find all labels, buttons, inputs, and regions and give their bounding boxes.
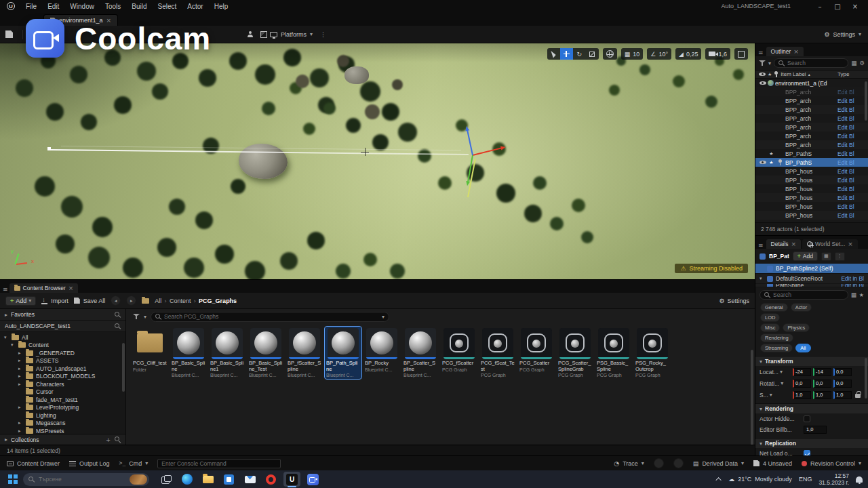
tab-outliner[interactable]: Outliner × xyxy=(766,47,804,56)
minimize-button[interactable]: – xyxy=(811,3,829,10)
add-asset-button[interactable]: + Add ▾ xyxy=(5,296,36,306)
maximize-viewport-button[interactable] xyxy=(734,48,748,60)
edit-blueprint-link[interactable]: Edit Bl xyxy=(837,150,865,157)
filter-icon[interactable] xyxy=(133,314,140,320)
edit-blueprint-link[interactable]: Edit Bl xyxy=(837,212,865,219)
outliner-row[interactable]: ★ BPP_hous Edit Bl xyxy=(755,176,868,184)
collections-section[interactable]: ▸ Collections + xyxy=(0,434,125,445)
folder-tree-item[interactable]: Cursor xyxy=(0,388,125,396)
transform-z-field[interactable]: 0,0 xyxy=(833,368,852,376)
spline-point[interactable] xyxy=(47,147,51,150)
folder-tree-item[interactable]: ▸ AUTO_Landscape1 xyxy=(0,365,125,373)
scale-snap-button[interactable]: ◢ 0,25 xyxy=(675,48,701,60)
taskbar-search[interactable] xyxy=(23,473,149,486)
outliner-settings-icon[interactable]: ⚙ xyxy=(859,60,865,66)
viewport-3d[interactable]: ↻ ▦ 10 ∠ 10° ◢ 0,25 1,6 y xyxy=(0,43,755,279)
notifications-icon[interactable] xyxy=(856,476,863,483)
outliner-row[interactable]: ★ BPP_hous Edit Bl xyxy=(755,167,868,176)
star-column-icon[interactable]: ★ xyxy=(768,72,772,77)
outliner-row[interactable]: ★ BPP_hous Edit Bl xyxy=(755,202,868,211)
asset-tile[interactable]: BP_fScatter_Spline Blueprint C... xyxy=(286,327,323,379)
asset-tile[interactable]: PCG_fScat_Test PCG Graph xyxy=(479,327,516,379)
filter-icon[interactable] xyxy=(759,60,766,66)
outliner-scrollbar[interactable] xyxy=(865,81,867,121)
asset-search-input[interactable] xyxy=(164,313,379,320)
transform-z-field[interactable]: 1,0 xyxy=(833,391,852,399)
language-indicator[interactable]: ENG xyxy=(799,476,812,483)
outliner-row[interactable]: ★ BPP_hous Edit Bl xyxy=(755,193,868,202)
folder-tree-item[interactable]: ▸ Characters xyxy=(0,380,125,388)
folder-tree-item[interactable]: Lighting xyxy=(0,411,125,420)
asset-tile[interactable]: BP_Basic_Spline_Test Blueprint C... xyxy=(248,327,284,379)
eye-icon[interactable] xyxy=(760,159,766,165)
asset-tile[interactable]: PSG_Rocky_Outcrop PCG Graph xyxy=(634,327,671,379)
asset-search[interactable]: ▾ xyxy=(151,312,389,322)
outliner-row[interactable]: ★ BPP_arch Edit Bl xyxy=(755,123,868,131)
derived-data-button[interactable]: ▤ Derived Data ▾ xyxy=(693,460,744,467)
edit-blueprint-link[interactable]: Edit Bl xyxy=(837,115,865,122)
outliner-search-input[interactable] xyxy=(787,60,844,66)
save-all-button[interactable]: Save All xyxy=(74,298,106,304)
item-label-column[interactable]: Item Label xyxy=(781,71,806,77)
add-filter-icon[interactable]: ▦ xyxy=(851,60,856,66)
folder-tree-item[interactable]: fade_MAT_test1 xyxy=(0,396,125,404)
details-filter-chip[interactable]: All xyxy=(795,344,810,352)
settings-dropdown[interactable]: ⚙ Settings ▾ xyxy=(824,31,861,38)
outliner-row[interactable]: ★ BPP_arch Edit Bl xyxy=(755,131,868,140)
import-button[interactable]: Import xyxy=(41,298,68,304)
search-icon[interactable] xyxy=(115,312,121,318)
expand-arrow-icon[interactable]: ▾ xyxy=(11,342,16,348)
transform-y-field[interactable]: 1,0 xyxy=(813,391,831,399)
component-row[interactable]: ▾ DefaultSceneRoot Edit in Bl xyxy=(755,274,868,284)
breadcrumb-item[interactable]: PCG_Graphs › xyxy=(199,298,237,304)
asset-tile[interactable]: PCG_Scatter_SplineGrab PCG Graph xyxy=(557,327,593,379)
details-filter-chip[interactable]: LOD xyxy=(760,313,780,322)
modes-dropdown[interactable]: ▾ xyxy=(33,30,44,39)
coolcam-app-icon[interactable] xyxy=(304,472,321,487)
menu-item[interactable]: Edit xyxy=(42,3,64,10)
eye-icon[interactable] xyxy=(760,80,766,86)
content-browser-settings-button[interactable]: ⚙ Settings xyxy=(719,298,749,304)
asset-tile[interactable]: BP_Path_Spline Blueprint C... xyxy=(325,327,361,379)
asset-tile[interactable]: BP_Basic_Spline Blueprint C... xyxy=(170,327,207,379)
edit-in-blueprint-link[interactable]: Edit in Bl xyxy=(841,275,864,282)
project-section[interactable]: Auto_LANDSCAPE_test1 xyxy=(0,321,125,332)
details-filter-chip[interactable]: Misc xyxy=(760,323,780,332)
transform-y-field[interactable]: 0,0 xyxy=(813,380,831,388)
edit-blueprint-link[interactable]: Edit Bl xyxy=(837,195,865,201)
expand-arrow-icon[interactable]: ▾ xyxy=(4,335,9,340)
details-search-input[interactable] xyxy=(773,291,844,298)
transform-x-field[interactable]: 0,0 xyxy=(793,380,811,388)
transform-y-field[interactable]: -14 xyxy=(813,368,831,376)
expand-arrow-icon[interactable]: ▸ xyxy=(18,428,23,434)
details-filter-chip[interactable]: Physics xyxy=(783,323,810,332)
save-icon[interactable] xyxy=(5,30,13,38)
details-grid-icon[interactable]: ▦ xyxy=(851,291,856,298)
menu-item[interactable]: Window xyxy=(64,3,100,10)
file-explorer-app-icon[interactable] xyxy=(199,472,216,487)
star-icon[interactable]: ★ xyxy=(768,160,775,165)
asset-tile[interactable]: PCG_fScatter PCG Graph xyxy=(441,327,477,379)
breadcrumb-item[interactable]: Content › xyxy=(170,298,196,304)
status-tool-icon[interactable] xyxy=(654,458,664,468)
outliner-column-header[interactable]: ★ Item Label ▴ Type xyxy=(755,70,868,79)
favorites-star-icon[interactable]: ★ xyxy=(859,292,864,298)
expand-arrow-icon[interactable]: ▸ xyxy=(18,373,23,379)
folder-tree-item[interactable]: ▾ Content xyxy=(0,342,125,350)
edit-blueprint-link[interactable]: Edit Bl xyxy=(837,98,865,104)
opera-app-icon[interactable] xyxy=(262,472,279,487)
asset-tile[interactable]: PCG_Cliff_test Folder xyxy=(132,327,168,379)
outliner-row[interactable]: ★ BP_PathS Edit Bl xyxy=(755,158,868,167)
type-column[interactable]: Type xyxy=(837,71,865,77)
search-icon[interactable] xyxy=(115,436,121,443)
expand-arrow-icon[interactable]: ▸ xyxy=(18,366,23,371)
unreal-logo-icon[interactable]: U xyxy=(7,2,15,10)
mail-app-icon[interactable] xyxy=(241,472,258,487)
outliner-world-row[interactable]: environment1_a (Ed xyxy=(755,79,868,87)
move-tool-button[interactable] xyxy=(560,48,573,60)
close-icon[interactable]: × xyxy=(793,48,799,55)
menu-item[interactable]: Help xyxy=(209,3,234,10)
add-component-button[interactable]: + Add xyxy=(793,251,818,261)
menu-item[interactable]: Select xyxy=(153,3,182,10)
edit-blueprint-link[interactable]: Edit Bl xyxy=(837,168,865,175)
